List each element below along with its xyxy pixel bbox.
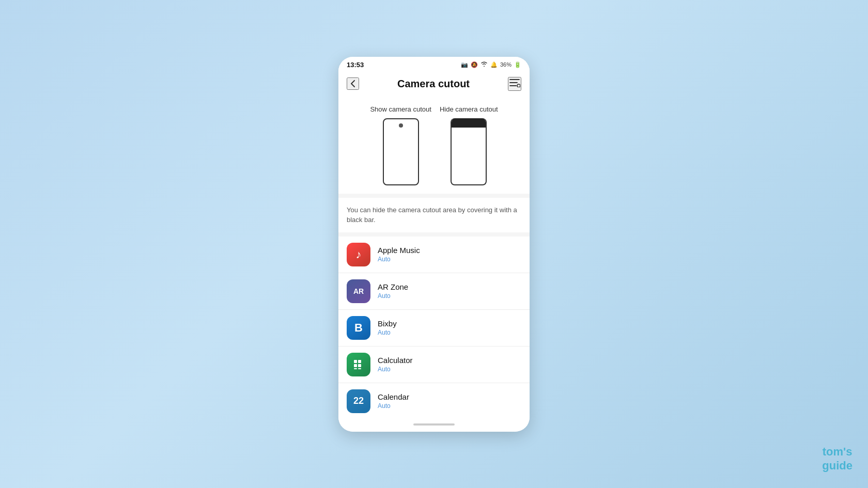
calendar-icon: 22	[347, 389, 370, 413]
info-text: You can hide the camera cutout area by c…	[347, 205, 521, 225]
calculator-info: Calculator Auto	[378, 356, 413, 373]
calendar-info: Calendar Auto	[378, 392, 409, 410]
battery-icon: 🔋	[514, 61, 521, 68]
back-button[interactable]	[347, 77, 359, 90]
bottom-indicator	[413, 423, 455, 426]
page-title: Camera cutout	[397, 78, 470, 90]
silent-icon: 🔕	[471, 61, 478, 68]
ar-zone-name: AR Zone	[378, 282, 408, 291]
hide-cutout-option[interactable]: Hide camera cutout	[440, 105, 498, 185]
apple-music-icon-symbol: ♪	[356, 248, 362, 261]
top-nav-bar: Camera cutout	[338, 72, 530, 97]
bixby-info: Bixby Auto	[378, 319, 397, 336]
svg-rect-9	[354, 368, 357, 369]
content-area: Show camera cutout Hide camera cutout Yo…	[338, 97, 530, 419]
cutout-options: Show camera cutout Hide camera cutout	[347, 105, 521, 185]
bixby-icon: B	[347, 316, 370, 340]
calculator-icon	[347, 353, 370, 376]
app-list: ♪ Apple Music Auto AR AR Zone Auto	[338, 237, 530, 419]
show-cutout-label: Show camera cutout	[370, 105, 431, 113]
calendar-icon-symbol: 22	[353, 396, 364, 406]
svg-rect-8	[358, 364, 361, 367]
apple-music-icon: ♪	[347, 243, 370, 266]
svg-rect-7	[354, 364, 357, 367]
status-time: 13:53	[347, 61, 364, 69]
apple-music-info: Apple Music Auto	[378, 246, 420, 263]
svg-rect-5	[354, 360, 357, 363]
calculator-name: Calculator	[378, 356, 413, 365]
app-item-calculator[interactable]: Calculator Auto	[338, 347, 530, 383]
app-item-ar-zone[interactable]: AR AR Zone Auto	[338, 273, 530, 310]
show-cutout-preview	[383, 118, 419, 185]
app-item-calendar[interactable]: 22 Calendar Auto	[338, 383, 530, 419]
apple-music-name: Apple Music	[378, 246, 420, 255]
bixby-status: Auto	[378, 329, 397, 336]
watermark-line1: tom's	[822, 445, 853, 459]
toms-guide-watermark: tom's guide	[822, 445, 853, 473]
apple-music-status: Auto	[378, 256, 420, 263]
svg-rect-10	[358, 368, 361, 369]
battery-text: 36%	[500, 61, 512, 68]
status-bar: 13:53 📷 🔕 🔔 36% 🔋	[338, 57, 530, 72]
camera-icon: 📷	[461, 61, 468, 68]
app-item-bixby[interactable]: B Bixby Auto	[338, 310, 530, 347]
search-menu-button[interactable]	[508, 77, 521, 91]
svg-rect-6	[358, 360, 361, 363]
info-text-section: You can hide the camera cutout area by c…	[338, 198, 530, 232]
ar-zone-status: Auto	[378, 292, 408, 300]
svg-line-4	[520, 87, 521, 87]
show-cutout-option[interactable]: Show camera cutout	[370, 105, 431, 185]
bixby-name: Bixby	[378, 319, 397, 328]
hide-cutout-label: Hide camera cutout	[440, 105, 498, 113]
calendar-status: Auto	[378, 402, 409, 410]
cutout-selector: Show camera cutout Hide camera cutout	[338, 97, 530, 194]
calendar-name: Calendar	[378, 392, 409, 401]
bixby-icon-symbol: B	[354, 321, 363, 335]
alarm-icon: 🔔	[490, 61, 498, 68]
calculator-status: Auto	[378, 366, 413, 373]
calculator-icon-svg	[351, 357, 366, 372]
ar-zone-icon-symbol: AR	[353, 287, 364, 295]
bottom-bar	[338, 419, 530, 432]
watermark-line2: guide	[822, 459, 853, 473]
ar-zone-info: AR Zone Auto	[378, 282, 408, 300]
phone-frame: 13:53 📷 🔕 🔔 36% 🔋 Camera cutout	[338, 57, 530, 432]
status-icons: 📷 🔕 🔔 36% 🔋	[461, 61, 521, 68]
app-item-apple-music[interactable]: ♪ Apple Music Auto	[338, 237, 530, 273]
ar-zone-icon: AR	[347, 279, 370, 303]
hide-cutout-preview	[451, 118, 487, 185]
wifi-icon	[481, 61, 488, 68]
